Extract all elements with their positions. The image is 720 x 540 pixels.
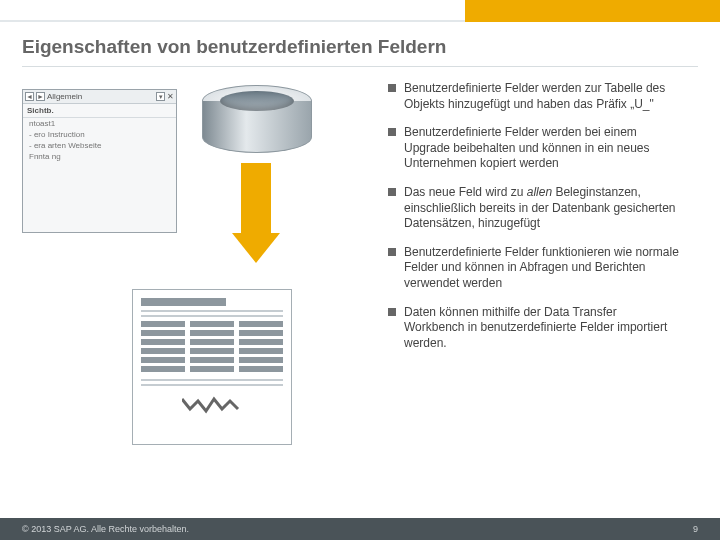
dropdown-icon[interactable]: ▾ [156, 92, 165, 101]
footer: © 2013 SAP AG. Alle Rechte vorbehalten. … [0, 518, 720, 540]
bullet-marker [388, 188, 396, 196]
bullet-text: Benutzerdefinierte Felder werden bei ein… [404, 125, 680, 172]
bullet-text: Das neue Feld wird zu allen Beleginstanz… [404, 185, 680, 232]
panel-tab: Allgemein [47, 92, 154, 101]
illustration-column: ◄ ► Allgemein ▾ ✕ Sichtb. ntoast1 - ero … [22, 81, 370, 364]
bullet-column: Benutzerdefinierte Felder werden zur Tab… [370, 81, 680, 364]
bullet-marker [388, 128, 396, 136]
bullet-item: Benutzerdefinierte Felder funktionieren … [388, 245, 680, 292]
close-icon[interactable]: ✕ [167, 92, 174, 101]
bullet-text: Benutzerdefinierte Felder funktionieren … [404, 245, 680, 292]
down-arrow-icon [232, 163, 280, 273]
gold-accent [465, 0, 720, 22]
content-area: ◄ ► Allgemein ▾ ✕ Sichtb. ntoast1 - ero … [0, 81, 720, 364]
list-item: ntoast1 [23, 118, 176, 129]
bullet-marker [388, 308, 396, 316]
document-icon [132, 289, 292, 445]
panel-header: ◄ ► Allgemein ▾ ✕ [23, 90, 176, 104]
bullet-text: Benutzerdefinierte Felder werden zur Tab… [404, 81, 680, 112]
page-number: 9 [693, 524, 698, 534]
list-item: - ero Instruction [23, 129, 176, 140]
bullet-item: Das neue Feld wird zu allen Beleginstanz… [388, 185, 680, 232]
bullet-marker [388, 248, 396, 256]
chart-squiggle-icon [141, 390, 283, 420]
bullet-item: Benutzerdefinierte Felder werden zur Tab… [388, 81, 680, 112]
bullet-item: Daten können mithilfe der Data Transfer … [388, 305, 680, 352]
list-item: - era arten Webseite [23, 140, 176, 151]
database-cylinder-icon [202, 85, 312, 153]
bullet-text: Daten können mithilfe der Data Transfer … [404, 305, 680, 352]
slide-title: Eigenschaften von benutzerdefinierten Fe… [0, 22, 720, 66]
nav-right-icon[interactable]: ► [36, 92, 45, 101]
properties-panel: ◄ ► Allgemein ▾ ✕ Sichtb. ntoast1 - ero … [22, 89, 177, 233]
top-bar [0, 0, 720, 22]
bullet-item: Benutzerdefinierte Felder werden bei ein… [388, 125, 680, 172]
nav-left-icon[interactable]: ◄ [25, 92, 34, 101]
divider [22, 66, 698, 67]
bullet-marker [388, 84, 396, 92]
list-item: Fnnta ng [23, 151, 176, 162]
section-header: Sichtb. [23, 104, 176, 118]
copyright: © 2013 SAP AG. Alle Rechte vorbehalten. [22, 524, 189, 534]
